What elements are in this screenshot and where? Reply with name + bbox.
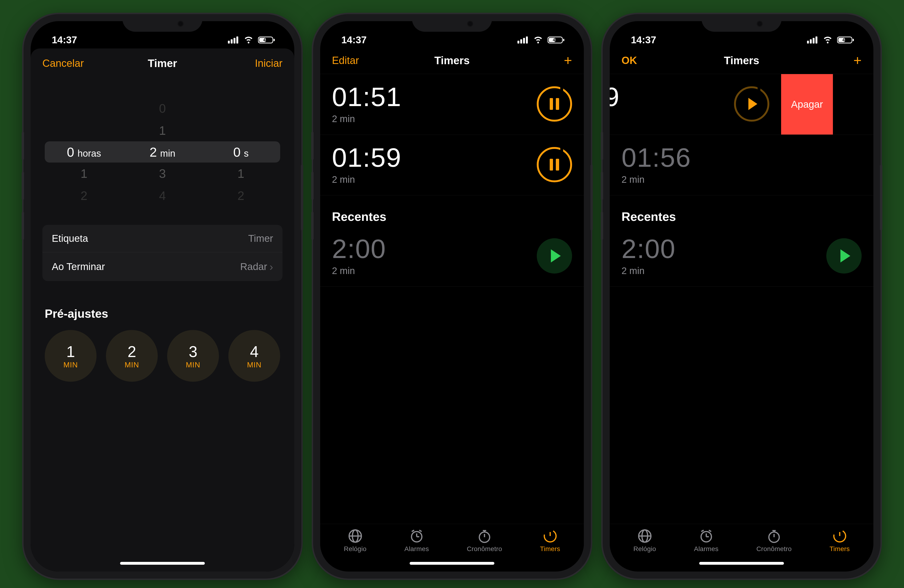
status-icons: 42 bbox=[517, 36, 565, 44]
svg-rect-35 bbox=[853, 39, 854, 41]
preset-button[interactable]: 1MIN bbox=[45, 330, 96, 382]
home-indicator[interactable] bbox=[31, 555, 294, 572]
start-recent-button[interactable] bbox=[826, 238, 861, 274]
alarm-icon bbox=[409, 529, 424, 543]
screen-timers-swipe: 14:37 42 OK Timers + :49 2 min bbox=[610, 21, 873, 572]
tab-alarms[interactable]: Alarmes bbox=[405, 529, 429, 553]
preset-button[interactable]: 3MIN bbox=[167, 330, 219, 382]
timer-duration: 2 min bbox=[332, 174, 401, 185]
nav-bar: Editar Timers + bbox=[320, 49, 584, 74]
tab-timers[interactable]: Timers bbox=[830, 529, 850, 553]
screen-new-timer: 14:37 42 Cancelar Timer Iniciar bbox=[31, 21, 294, 572]
when-ends-value: Radar bbox=[240, 261, 267, 272]
globe-icon bbox=[348, 529, 362, 543]
svg-rect-8 bbox=[517, 41, 519, 44]
label-value: Timer bbox=[248, 233, 273, 244]
timer-icon bbox=[833, 529, 847, 543]
add-timer-button[interactable]: + bbox=[525, 57, 572, 64]
presets-header: Pré-ajustes bbox=[31, 281, 294, 330]
pause-button[interactable] bbox=[537, 86, 572, 121]
timer-icon bbox=[543, 529, 558, 543]
page-title: Timers bbox=[669, 54, 814, 67]
tab-bar: Relógio Alarmes Cronômetro Timers bbox=[320, 524, 584, 555]
add-timer-button[interactable]: + bbox=[814, 57, 861, 64]
settings-list: Etiqueta Timer Ao Terminar Radar› bbox=[43, 225, 283, 281]
tab-alarms[interactable]: Alarmes bbox=[694, 529, 719, 553]
phone-frame-3: 14:37 42 OK Timers + :49 2 min bbox=[603, 14, 880, 579]
preset-button[interactable]: 2MIN bbox=[106, 330, 158, 382]
screen-timers-list: 14:37 42 Editar Timers + 01:51 2 min bbox=[320, 21, 584, 572]
tab-world-clock[interactable]: Relógio bbox=[344, 529, 366, 553]
pause-button[interactable] bbox=[537, 147, 572, 182]
timer-duration: 2 min bbox=[621, 174, 691, 185]
running-timer-row: 01:51 2 min bbox=[320, 74, 584, 135]
duration-picker[interactable]: 0horas 1 2 0 1 2min 3 4 0s bbox=[45, 98, 280, 206]
status-time: 14:37 bbox=[341, 34, 367, 46]
svg-line-23 bbox=[419, 530, 422, 531]
presets-row: 1MIN 2MIN 3MIN 4MIN bbox=[31, 330, 294, 382]
when-ends-key: Ao Terminar bbox=[52, 261, 105, 272]
recent-duration: 2:00 bbox=[332, 235, 386, 262]
tab-stopwatch[interactable]: Cronômetro bbox=[467, 529, 502, 553]
tab-stopwatch[interactable]: Cronômetro bbox=[756, 529, 792, 553]
play-icon bbox=[748, 98, 757, 110]
paused-timer-row: 01:56 2 min bbox=[610, 135, 873, 195]
svg-text:42: 42 bbox=[263, 38, 268, 43]
status-time: 14:37 bbox=[631, 34, 656, 46]
new-timer-sheet: Cancelar Timer Iniciar 0horas 1 2 0 bbox=[31, 49, 294, 572]
svg-rect-5 bbox=[273, 39, 275, 41]
svg-rect-2 bbox=[234, 38, 235, 44]
when-ends-row[interactable]: Ao Terminar Radar› bbox=[43, 252, 283, 281]
svg-rect-10 bbox=[523, 38, 525, 44]
status-icons: 42 bbox=[228, 36, 275, 44]
label-key: Etiqueta bbox=[52, 233, 88, 244]
pause-icon bbox=[550, 159, 559, 170]
timer-duration: 2 min bbox=[332, 114, 401, 124]
home-indicator[interactable] bbox=[320, 555, 584, 572]
cancel-button[interactable]: Cancelar bbox=[43, 57, 90, 69]
paused-timer-row-swiped[interactable]: :49 2 min Apagar bbox=[610, 74, 873, 135]
recent-timer-row: 2:00 2 min bbox=[320, 226, 584, 287]
svg-rect-30 bbox=[807, 41, 809, 44]
notch bbox=[702, 14, 782, 32]
timer-duration: 2 min bbox=[610, 114, 620, 124]
svg-rect-33 bbox=[815, 36, 817, 44]
stopwatch-icon bbox=[477, 529, 492, 543]
recents-header: Recentes bbox=[610, 195, 873, 226]
resume-button[interactable] bbox=[734, 86, 769, 121]
tab-world-clock[interactable]: Relógio bbox=[633, 529, 656, 553]
recent-timer-row: 2:00 2 min bbox=[610, 226, 873, 287]
svg-rect-0 bbox=[228, 41, 230, 44]
chevron-right-icon: › bbox=[270, 260, 273, 273]
nav-bar: Cancelar Timer Iniciar bbox=[31, 49, 294, 77]
label-row[interactable]: Etiqueta Timer bbox=[43, 225, 283, 252]
status-time: 14:37 bbox=[52, 34, 77, 46]
home-indicator[interactable] bbox=[610, 555, 873, 572]
ok-button[interactable]: OK bbox=[621, 55, 669, 66]
start-button[interactable]: Iniciar bbox=[235, 57, 283, 69]
play-icon bbox=[551, 249, 561, 262]
recent-duration: 2:00 bbox=[621, 235, 676, 262]
edit-button[interactable]: Editar bbox=[332, 55, 379, 66]
recent-sub: 2 min bbox=[332, 266, 386, 276]
notch bbox=[122, 14, 202, 32]
sheet-title: Timer bbox=[90, 57, 235, 69]
start-recent-button[interactable] bbox=[537, 238, 572, 274]
tab-timers[interactable]: Timers bbox=[540, 529, 560, 553]
nav-bar: OK Timers + bbox=[610, 49, 873, 74]
stopwatch-icon bbox=[767, 529, 781, 543]
timer-remaining: :49 bbox=[610, 84, 620, 110]
timer-remaining: 01:51 bbox=[332, 84, 401, 110]
svg-rect-31 bbox=[810, 39, 812, 44]
svg-rect-3 bbox=[236, 36, 238, 44]
timer-remaining: 01:56 bbox=[621, 144, 691, 171]
pause-icon bbox=[550, 98, 559, 110]
recent-sub: 2 min bbox=[621, 266, 676, 276]
preset-button[interactable]: 4MIN bbox=[228, 330, 280, 382]
svg-text:42: 42 bbox=[553, 38, 558, 43]
phone-frame-1: 14:37 42 Cancelar Timer Iniciar bbox=[24, 14, 301, 579]
phone-frame-2: 14:37 42 Editar Timers + 01:51 2 min bbox=[313, 14, 591, 579]
svg-text:42: 42 bbox=[842, 38, 847, 43]
delete-swipe-button[interactable]: Apagar bbox=[781, 74, 833, 134]
svg-line-44 bbox=[701, 530, 704, 531]
